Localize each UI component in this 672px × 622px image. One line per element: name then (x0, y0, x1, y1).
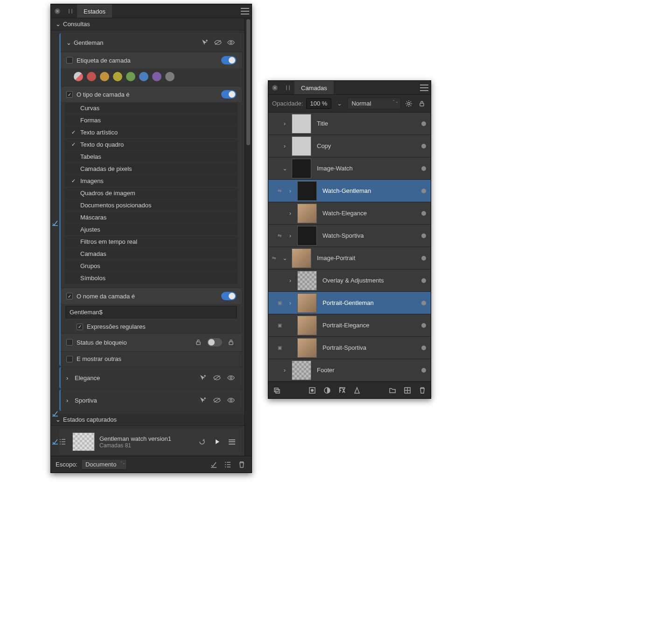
unlock-icon[interactable] (193, 337, 203, 347)
query-header-elegance[interactable]: › Elegance (61, 367, 242, 389)
blend-mode-select[interactable]: Normal (347, 98, 401, 109)
queries-section-header[interactable]: ⌄ Consultas (51, 18, 245, 30)
eye-icon[interactable] (226, 395, 236, 405)
chevron-right-icon[interactable]: › (280, 120, 290, 127)
type-item[interactable]: ✓Texto do quadro (64, 139, 238, 151)
type-item[interactable]: Camadas (64, 248, 238, 260)
scrollbar-thumb[interactable] (246, 19, 250, 145)
layer-row[interactable]: ›Title (268, 113, 431, 135)
layer-label-toggle[interactable] (221, 56, 236, 64)
opacity-dropdown-icon[interactable]: ⌄ (334, 99, 344, 109)
type-item[interactable]: Ajustes (64, 224, 238, 236)
visibility-dot-icon[interactable] (421, 301, 426, 305)
visibility-dot-icon[interactable] (421, 256, 426, 261)
mask-icon[interactable] (308, 386, 317, 395)
type-item[interactable]: Filtros em tempo real (64, 236, 238, 248)
visibility-dot-icon[interactable] (421, 278, 426, 283)
lock-icon[interactable] (417, 99, 427, 109)
arrow-add-icon[interactable] (198, 373, 208, 383)
lock-status-checkbox[interactable] (66, 339, 73, 346)
chevron-right-icon[interactable]: › (285, 232, 295, 239)
panel-menu-icon[interactable] (420, 83, 429, 92)
chevron-right-icon[interactable]: › (280, 142, 290, 149)
layer-row[interactable]: ›Copy (268, 135, 431, 157)
layer-label-checkbox[interactable] (66, 57, 73, 64)
query-header-sportiva[interactable]: › Sportiva (61, 389, 242, 411)
adjustment-icon[interactable] (322, 386, 332, 395)
grid-icon[interactable] (403, 386, 412, 395)
type-item[interactable]: Camadas de pixels (64, 163, 238, 175)
chevron-right-icon[interactable]: › (285, 210, 295, 217)
apply-all-icon[interactable] (209, 459, 219, 470)
layer-name-checkbox[interactable] (66, 293, 73, 299)
visibility-dot-icon[interactable] (421, 121, 426, 126)
layer-row[interactable]: ▣›Portrait-Gentleman (268, 292, 431, 314)
layer-row[interactable]: ⇆›Watch-Gentleman (268, 180, 431, 202)
lock-toggle[interactable] (207, 338, 222, 346)
pause-icon[interactable] (283, 83, 293, 92)
visibility-dot-icon[interactable] (421, 144, 426, 148)
swatch-gray[interactable] (165, 72, 175, 81)
captured-section-header[interactable]: ⌄ Estados capturados (51, 414, 245, 426)
scrollbar[interactable] (245, 18, 252, 456)
swatch-yellow[interactable] (113, 72, 122, 81)
layer-row[interactable]: ›Overlay & Adjustments (268, 269, 431, 292)
trash-icon[interactable] (237, 459, 247, 470)
type-item[interactable]: Formas (64, 114, 238, 127)
restore-icon[interactable] (197, 437, 207, 447)
layer-row[interactable]: ⇆›Watch-Sportiva (268, 225, 431, 247)
swatch-red[interactable] (87, 72, 96, 81)
visibility-dot-icon[interactable] (421, 211, 426, 216)
layer-type-toggle[interactable] (221, 90, 236, 99)
type-item[interactable]: ✓Imagens (64, 175, 238, 187)
type-item[interactable]: Curvas (64, 102, 238, 114)
chevron-right-icon[interactable]: › (285, 187, 295, 194)
type-item[interactable]: Quadros de imagem (64, 187, 238, 199)
visibility-off-icon[interactable] (212, 373, 222, 383)
type-item[interactable]: Documentos posicionados (64, 199, 238, 212)
visibility-dot-icon[interactable] (421, 323, 426, 328)
visibility-dot-icon[interactable] (421, 368, 426, 373)
layer-row[interactable]: ›Watch-Elegance (268, 202, 431, 225)
type-item[interactable]: Tabelas (64, 151, 238, 163)
chevron-down-icon[interactable]: ⌄ (280, 165, 290, 172)
lock-icon[interactable] (226, 337, 236, 347)
layers-tab[interactable]: Camadas (294, 81, 334, 94)
swatch-blue[interactable] (139, 72, 148, 81)
regex-checkbox[interactable] (77, 324, 83, 330)
layer-name-toggle[interactable] (221, 292, 236, 300)
visibility-dot-icon[interactable] (421, 166, 426, 171)
arrow-add-icon[interactable] (200, 37, 210, 48)
play-icon[interactable] (212, 437, 222, 447)
list-icon[interactable] (223, 459, 233, 470)
type-item[interactable]: Grupos (64, 260, 238, 272)
swatch-green[interactable] (126, 72, 135, 81)
chevron-down-icon[interactable]: ⌄ (280, 254, 290, 262)
eye-icon[interactable] (226, 373, 236, 383)
states-tab[interactable]: Estados (77, 5, 112, 18)
close-icon[interactable] (53, 7, 62, 16)
close-icon[interactable] (270, 83, 280, 92)
list-view-icon[interactable] (57, 437, 68, 447)
layer-row[interactable]: ▣Portrait-Elegance (268, 314, 431, 337)
layer-type-checkbox[interactable] (66, 91, 73, 98)
eye-icon[interactable] (226, 37, 236, 48)
visibility-off-icon[interactable] (213, 37, 223, 48)
layer-row[interactable]: ⇆⌄Image-Portrait (268, 247, 431, 269)
fx-icon[interactable] (337, 386, 347, 395)
type-item[interactable]: Símbolos (64, 272, 238, 284)
visibility-dot-icon[interactable] (421, 233, 426, 238)
type-item[interactable]: Máscaras (64, 212, 238, 224)
chevron-right-icon[interactable]: › (285, 277, 295, 284)
pause-icon[interactable] (66, 7, 75, 16)
layer-row[interactable]: ⌄Image-Watch (268, 157, 431, 180)
query-header-gentleman[interactable]: ⌄ Gentleman (61, 33, 242, 52)
layer-row[interactable]: ›Footer (268, 359, 431, 382)
chevron-right-icon[interactable]: › (280, 367, 290, 374)
gear-icon[interactable] (404, 99, 414, 109)
arrow-add-icon[interactable] (198, 395, 208, 405)
chevron-right-icon[interactable]: › (285, 299, 295, 306)
duplicate-icon[interactable] (272, 386, 281, 395)
swatch-purple[interactable] (152, 72, 161, 81)
layer-row[interactable]: ▣Portrait-Sportiva (268, 337, 431, 359)
